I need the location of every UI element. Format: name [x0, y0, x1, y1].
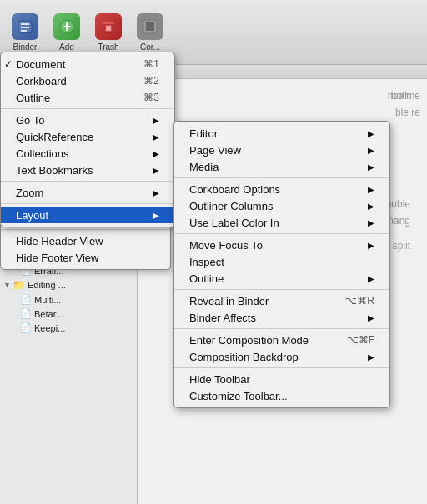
- sep-layout-4: [174, 328, 389, 329]
- menu-label-use-label-color: Use Label Color In: [189, 217, 279, 229]
- menu-label-media: Media: [189, 161, 219, 173]
- arrow-collections: ▶: [144, 149, 159, 158]
- menu-item-hide-footer[interactable]: Hide Footer View: [1, 249, 170, 266]
- menu-item-editor[interactable]: Editor ▶: [174, 125, 389, 142]
- menu-item-collections[interactable]: Collections ▶: [1, 145, 174, 162]
- sep-layout-1: [174, 177, 389, 178]
- arrow-corkboard-options: ▶: [359, 185, 374, 194]
- menu-label-outline-sub: Outline: [189, 272, 224, 285]
- menu-label-hide-footer: Hide Footer View: [16, 252, 98, 264]
- sep-view-1: [1, 108, 174, 109]
- menu-label-textbookmarks: Text Bookmarks: [16, 164, 93, 177]
- menu-label-collections: Collections: [16, 147, 69, 160]
- checkmark-document: ✓: [4, 58, 13, 70]
- shortcut-reveal-binder: ⌥⌘R: [329, 295, 374, 307]
- menu-item-textbookmarks[interactable]: Text Bookmarks ▶: [1, 162, 174, 178]
- arrow-editor: ▶: [359, 129, 374, 138]
- menu-label-document: Document: [16, 58, 65, 71]
- menu-label-enter-composition: Enter Composition Mode: [189, 334, 309, 347]
- menu-item-inspect[interactable]: Inspect: [174, 253, 389, 270]
- menu-label-goto: Go To: [16, 114, 44, 127]
- menu-label-move-focus: Move Focus To: [189, 239, 263, 252]
- menu-label-hide-header: Hide Header View: [16, 235, 103, 247]
- menu-item-enter-composition[interactable]: Enter Composition Mode ⌥⌘F: [174, 332, 389, 348]
- menu-item-move-focus[interactable]: Move Focus To ▶: [174, 237, 389, 253]
- sep-view-2: [1, 181, 174, 182]
- arrow-outliner-columns: ▶: [359, 202, 374, 211]
- menu-item-use-label-color[interactable]: Use Label Color In ▶: [174, 214, 389, 231]
- arrow-textbookmarks: ▶: [144, 166, 159, 175]
- arrow-use-label-color: ▶: [359, 218, 374, 227]
- menu-item-customize-toolbar[interactable]: Customize Toolbar...: [174, 387, 389, 404]
- menu-item-binder-affects[interactable]: Binder Affects ▶: [174, 309, 389, 326]
- menu-label-composition-backdrop: Composition Backdrop: [189, 351, 299, 363]
- menu-label-hide-toolbar: Hide Toolbar: [189, 373, 250, 386]
- sep-view-3: [1, 203, 174, 204]
- arrow-outline-sub: ▶: [359, 274, 374, 283]
- view-menu: ✓ Document ⌘1 Corkboard ⌘2 Outline ⌘3 Go…: [0, 52, 175, 227]
- sep-layout-2: [174, 233, 389, 234]
- menu-label-corkboard: Corkboard: [16, 75, 67, 87]
- menu-label-inspect: Inspect: [189, 256, 224, 268]
- menu-item-zoom[interactable]: Zoom ▶: [1, 184, 174, 201]
- menu-item-corkboard[interactable]: Corkboard ⌘2: [1, 72, 174, 89]
- layout-submenu: Editor ▶ Page View ▶ Media ▶ Corkboard O…: [173, 121, 390, 408]
- menu-item-outline-sub[interactable]: Outline ▶: [174, 270, 389, 287]
- menu-item-hide-toolbar[interactable]: Hide Toolbar: [174, 371, 389, 387]
- sep-layout-3: [174, 289, 389, 290]
- menu-label-layout: Layout: [16, 209, 48, 222]
- app-background: Binder Add: [0, 0, 427, 504]
- menu-label-customize-toolbar: Customize Toolbar...: [189, 390, 288, 402]
- menu-item-reveal-binder[interactable]: Reveal in Binder ⌥⌘R: [174, 292, 389, 309]
- menu-label-binder-affects: Binder Affects: [189, 312, 256, 324]
- arrow-pageview: ▶: [359, 146, 374, 155]
- menu-item-media[interactable]: Media ▶: [174, 158, 389, 175]
- menu-label-zoom: Zoom: [16, 187, 43, 199]
- shortcut-enter-composition: ⌥⌘F: [330, 334, 374, 346]
- menu-item-quickref[interactable]: QuickReference ▶: [1, 128, 174, 145]
- menu-label-quickref: QuickReference: [16, 131, 93, 143]
- menu-item-document[interactable]: ✓ Document ⌘1: [1, 56, 174, 72]
- sep-secondary-2: [1, 229, 170, 230]
- menu-item-goto[interactable]: Go To ▶: [1, 112, 174, 128]
- menu-label-corkboard-options: Corkboard Options: [189, 183, 280, 196]
- arrow-quickref: ▶: [144, 132, 159, 142]
- menu-item-pageview[interactable]: Page View ▶: [174, 142, 389, 158]
- menu-item-outliner-columns[interactable]: Outliner Columns ▶: [174, 197, 389, 214]
- arrow-zoom: ▶: [144, 188, 159, 197]
- arrow-layout: ▶: [144, 211, 159, 220]
- shortcut-document: ⌘1: [127, 58, 159, 70]
- context-menu-overlay: Hide Binder ⌥⌘B Show Inspector ✓ No Spli…: [0, 0, 427, 504]
- menu-label-pageview: Page View: [189, 144, 241, 157]
- menu-item-hide-header[interactable]: Hide Header View: [1, 232, 170, 249]
- arrow-goto: ▶: [144, 116, 159, 125]
- arrow-move-focus: ▶: [359, 241, 374, 250]
- menu-label-editor: Editor: [189, 127, 218, 140]
- arrow-binder-affects: ▶: [359, 313, 374, 322]
- menu-label-outline-view: Outline: [16, 92, 50, 104]
- menu-item-outline-view[interactable]: Outline ⌘3: [1, 89, 174, 106]
- menu-item-layout[interactable]: Layout ▶: [1, 207, 174, 223]
- arrow-media: ▶: [359, 162, 374, 172]
- menu-label-outliner-columns: Outliner Columns: [189, 200, 273, 212]
- menu-item-composition-backdrop[interactable]: Composition Backdrop ▶: [174, 348, 389, 365]
- menu-label-reveal-binder: Reveal in Binder: [189, 295, 269, 307]
- sep-layout-5: [174, 367, 389, 368]
- shortcut-outline: ⌘3: [127, 92, 159, 103]
- menu-item-corkboard-options[interactable]: Corkboard Options ▶: [174, 181, 389, 197]
- shortcut-corkboard: ⌘2: [127, 75, 159, 87]
- arrow-composition-backdrop: ▶: [359, 352, 374, 362]
